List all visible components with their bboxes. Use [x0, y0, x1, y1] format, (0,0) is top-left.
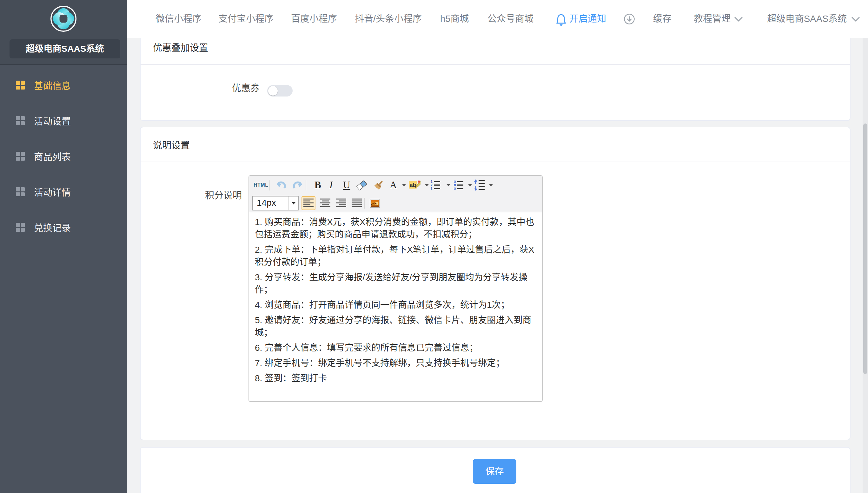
- svg-text:1: 1: [431, 180, 432, 184]
- svg-text:2: 2: [431, 184, 432, 187]
- svg-text:3: 3: [431, 187, 432, 190]
- svg-text:ab: ab: [409, 181, 416, 188]
